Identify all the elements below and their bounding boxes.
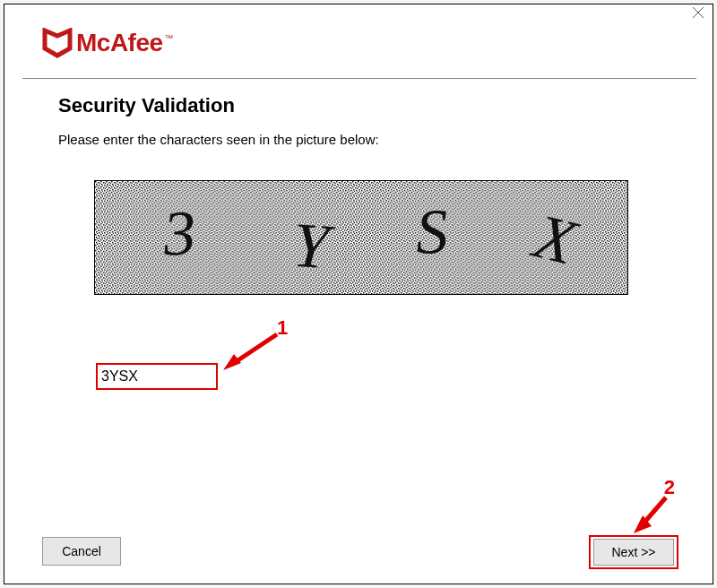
captcha-input[interactable]	[98, 365, 216, 388]
brand-logo: McAfee ™	[42, 28, 174, 58]
page-title: Security Validation	[58, 94, 668, 117]
title-bar	[4, 4, 713, 21]
arrow-2-icon	[630, 492, 675, 537]
close-icon[interactable]	[691, 5, 705, 20]
brand-name: McAfee	[76, 29, 163, 57]
mcafee-shield-icon	[42, 28, 73, 58]
dialog-window: McAfee ™ Security Validation Please ente…	[4, 4, 713, 584]
instruction-text: Please enter the characters seen in the …	[58, 132, 668, 147]
next-button-highlight: Next >>	[589, 535, 678, 569]
svg-text:3: 3	[160, 196, 197, 268]
next-button[interactable]: Next >>	[593, 539, 674, 566]
svg-marker-15	[223, 354, 241, 370]
content-area: Security Validation Please enter the cha…	[58, 94, 668, 169]
captcha-input-highlight	[96, 363, 218, 390]
button-row: Cancel	[42, 533, 675, 566]
svg-text:S: S	[415, 195, 450, 267]
svg-line-14	[234, 334, 277, 363]
captcha-image: 3 Y S X	[94, 180, 628, 295]
divider	[22, 78, 696, 79]
brand-tm: ™	[165, 33, 174, 43]
arrow-1-icon	[221, 329, 284, 372]
cancel-button[interactable]: Cancel	[42, 537, 121, 566]
